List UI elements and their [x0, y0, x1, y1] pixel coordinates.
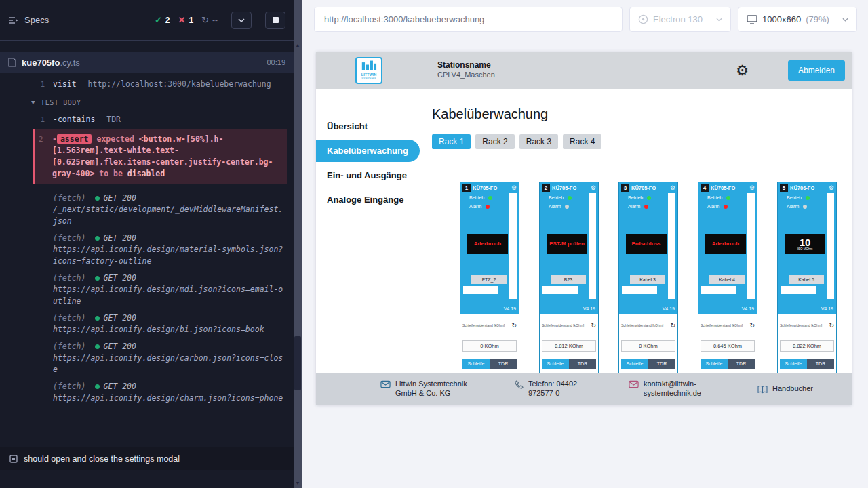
card-settings-icon[interactable]: ⚙ — [829, 184, 834, 191]
network-log-line: (fetch)GET 200 /_next/static/development… — [0, 188, 294, 228]
resistance-label: Schleifenwiderstand [kOhm] — [621, 323, 670, 327]
betrieb-label: Betrieb — [787, 195, 802, 200]
url-input[interactable] — [314, 7, 623, 32]
status-display: Erdschluss — [626, 234, 667, 254]
browser-selector[interactable]: Electron 130 — [629, 7, 731, 32]
pending-number: -- — [212, 16, 218, 25]
firmware-version: V4.19 — [663, 306, 675, 311]
cable-strip — [589, 193, 596, 299]
viewport-selector[interactable]: 1000x660 (79%) — [738, 7, 857, 32]
spec-elapsed-time: 00:19 — [267, 58, 285, 66]
schleife-button[interactable]: Schleife — [542, 359, 569, 369]
chevron-down-icon — [716, 18, 722, 22]
tab-rack-1[interactable]: Rack 1 — [432, 134, 471, 149]
betrieb-label: Betrieb — [628, 195, 643, 200]
blank-input[interactable] — [542, 286, 578, 294]
refresh-icon[interactable]: ↻ — [591, 322, 596, 329]
spec-basename: kue705fo — [22, 58, 60, 68]
refresh-icon[interactable]: ↻ — [670, 322, 675, 329]
footer-email[interactable]: kontakt@littwin-systemtechnik.de — [629, 380, 733, 399]
scroll-up-icon[interactable]: ▲ — [294, 41, 302, 50]
success-dot-icon — [95, 344, 100, 349]
blank-input[interactable] — [701, 286, 736, 294]
assert-dash: - — [52, 134, 57, 144]
logout-button[interactable]: Abmelden — [788, 60, 845, 81]
card-settings-icon[interactable]: ⚙ — [749, 184, 755, 191]
schleife-button[interactable]: Schleife — [462, 359, 490, 369]
nav-item-uebersicht[interactable]: Übersicht — [316, 115, 421, 138]
alarm-led — [724, 205, 728, 209]
passed-count: ✓ 2 — [155, 15, 170, 25]
tdr-button[interactable]: TDR — [728, 359, 755, 369]
contains-command-line[interactable]: 1 -contains TDR — [0, 113, 294, 127]
fetch-label: (fetch) — [53, 382, 85, 391]
device-card-4: 4 KÜ705-FO ⚙ Betrieb Alarm — [698, 182, 757, 373]
footer-manuals[interactable]: Handbücher — [757, 384, 813, 394]
card-model: KÜ705-FO — [473, 185, 509, 191]
fetch-label: (fetch) — [53, 233, 85, 243]
scrollbar-thumb[interactable] — [294, 336, 301, 390]
cable-name-field[interactable]: FTZ_2 — [471, 275, 507, 284]
schleife-button[interactable]: Schleife — [780, 359, 807, 369]
tdr-button[interactable]: TDR — [490, 359, 517, 369]
manuals-text: Handbücher — [772, 384, 813, 394]
blank-input[interactable] — [781, 286, 816, 294]
littwin-logo-icon: LITTWIN SYSTEMTECHNIK — [357, 59, 380, 82]
success-dot-icon — [95, 316, 100, 321]
stop-run-button[interactable] — [265, 12, 285, 29]
tab-rack-4[interactable]: Rack 4 — [563, 134, 601, 149]
schleife-button[interactable]: Schleife — [621, 359, 648, 369]
tdr-button[interactable]: TDR — [807, 359, 834, 369]
card-bottom: Schleifenwiderstand [kOhm] ↻ 0.822 KOhm … — [778, 314, 836, 373]
refresh-icon[interactable]: ↻ — [829, 322, 834, 329]
spec-title-bar[interactable]: kue705fo.cy.ts 00:19 — [0, 52, 294, 73]
cable-name-field[interactable]: Kabel 4 — [709, 275, 745, 284]
card-header: 2 KÜ705-FO ⚙ — [540, 182, 598, 193]
test-body-section[interactable]: ▼ TEST BODY — [0, 92, 294, 113]
request-status: GET 200 — [103, 233, 136, 243]
company-text: Littwin Systemtechnik GmbH & Co. KG — [395, 380, 490, 399]
visit-command-line[interactable]: 1 visit http://localhost:3000/kabelueber… — [0, 77, 294, 92]
assert-badge: assert — [57, 134, 92, 144]
card-settings-icon[interactable]: ⚙ — [591, 184, 596, 191]
settings-gear-icon[interactable]: ⚙ — [736, 62, 749, 79]
tab-rack-2[interactable]: Rack 2 — [475, 134, 514, 149]
rack-tabs: Rack 1 Rack 2 Rack 3 Rack 4 — [432, 134, 852, 149]
station-label: Stationsname — [437, 60, 495, 70]
resistance-label: Schleifenwiderstand [kOhm] — [780, 323, 829, 327]
device-card-2: 2 KÜ705-FO ⚙ Betrieb Alarm — [539, 182, 599, 373]
blank-input[interactable] — [622, 286, 657, 294]
tdr-button[interactable]: TDR — [648, 359, 675, 369]
card-number: 1 — [462, 184, 471, 192]
tab-rack-3[interactable]: Rack 3 — [519, 134, 558, 149]
request-url: https://api.iconify.design/charm.json?ic… — [53, 392, 284, 404]
card-bottom: Schleifenwiderstand [kOhm] ↻ 0.812 KOhm … — [540, 314, 598, 373]
card-model: KÜ706-FO — [790, 185, 827, 191]
card-bottom: Schleifenwiderstand [kOhm] ↻ 0 KOhm Schl… — [619, 314, 677, 373]
cable-name-field[interactable]: Kabel 3 — [630, 275, 665, 284]
cable-name-field[interactable]: Kabel 5 — [789, 275, 824, 284]
cable-name-field[interactable]: B23 — [551, 275, 586, 284]
card-settings-icon[interactable]: ⚙ — [670, 184, 675, 191]
nav-item-analoge-eingaenge[interactable]: Analoge Eingänge — [316, 188, 421, 211]
request-url: https://api.iconify.design/mdi.json?icon… — [53, 284, 284, 307]
runner-scrollbar[interactable]: ▲ ▼ — [294, 0, 302, 488]
cable-strip — [668, 193, 675, 299]
refresh-icon[interactable]: ↻ — [749, 322, 755, 329]
schleife-button[interactable]: Schleife — [701, 359, 728, 369]
betrieb-led — [647, 196, 651, 200]
card-settings-icon[interactable]: ⚙ — [511, 184, 517, 191]
cable-strip — [827, 193, 834, 299]
next-test-row[interactable]: should open and close the settings modal — [0, 447, 294, 470]
failed-assert-line[interactable]: 2 -assertexpected <button.w-[50%].h-[1.5… — [33, 129, 287, 184]
scroll-down-icon[interactable]: ▼ — [294, 479, 302, 488]
blank-input[interactable] — [463, 286, 498, 294]
nav-item-kabelueberwachung[interactable]: Kabelüberwachung — [316, 140, 420, 162]
card-number: 4 — [701, 184, 709, 192]
refresh-icon[interactable]: ↻ — [511, 322, 517, 329]
specs-menu-button[interactable]: Specs — [8, 15, 49, 25]
tdr-button[interactable]: TDR — [569, 359, 596, 369]
collapse-all-button[interactable] — [231, 12, 252, 29]
cable-strip — [747, 193, 755, 299]
nav-item-ein-und-ausgaenge[interactable]: Ein- und Ausgänge — [316, 164, 421, 186]
